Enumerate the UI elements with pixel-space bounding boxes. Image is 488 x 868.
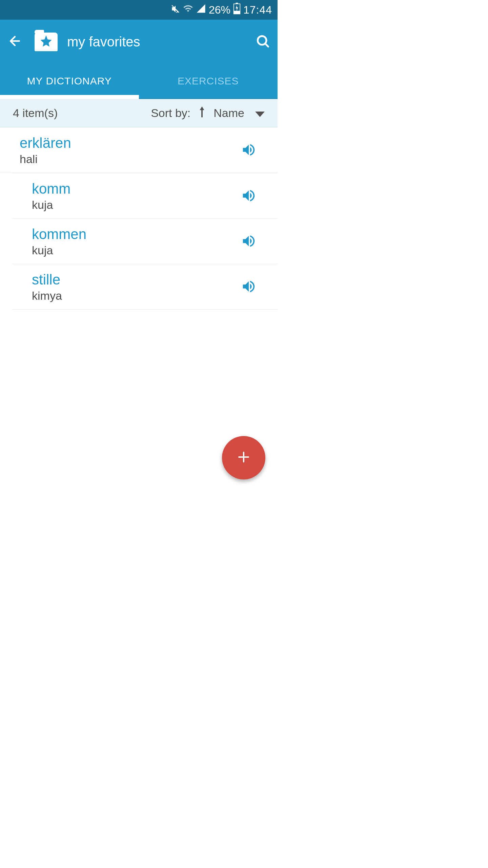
sort-direction-icon	[199, 106, 205, 120]
tabs: MY DICTIONARY EXERCISES	[0, 64, 278, 99]
plus-icon	[236, 449, 252, 467]
back-arrow-icon[interactable]	[7, 34, 22, 50]
svg-rect-2	[234, 11, 240, 14]
list-item-text: komm kuja	[32, 181, 70, 212]
speaker-icon[interactable]	[241, 279, 257, 296]
chevron-down-icon	[255, 106, 265, 120]
add-button[interactable]	[222, 436, 265, 479]
list-item-text: erklären hali	[20, 135, 71, 166]
translation: kuja	[32, 244, 86, 257]
sort-control[interactable]: Sort by: Name	[151, 106, 265, 120]
word: kommen	[32, 226, 86, 242]
list-item-text: kommen kuja	[32, 226, 86, 257]
tab-my-dictionary[interactable]: MY DICTIONARY	[0, 64, 139, 98]
tab-exercises[interactable]: EXERCISES	[139, 64, 278, 98]
list-item[interactable]: stille kimya	[12, 264, 278, 310]
translation: kimya	[32, 289, 62, 302]
page-title: my favorites	[67, 34, 247, 50]
word: komm	[32, 181, 70, 197]
list-item[interactable]: kommen kuja	[12, 219, 278, 264]
translation: kuja	[32, 198, 70, 212]
tab-label: MY DICTIONARY	[27, 75, 112, 87]
cell-signal-icon	[196, 3, 206, 16]
status-bar: 26% 17:44	[0, 0, 278, 20]
speaker-icon[interactable]	[241, 188, 257, 205]
search-icon[interactable]	[255, 34, 270, 50]
sort-bar: 4 item(s) Sort by: Name	[0, 99, 278, 127]
tab-label: EXERCISES	[178, 75, 239, 87]
word: stille	[32, 272, 62, 288]
word: erklären	[20, 135, 71, 151]
list-item[interactable]: erklären hali	[0, 127, 278, 173]
favorites-list: erklären hali komm kuja kommen kuja stil…	[0, 127, 278, 310]
item-count: 4 item(s)	[13, 106, 58, 120]
star-icon	[39, 34, 53, 49]
mute-icon	[171, 4, 180, 16]
svg-rect-1	[236, 3, 238, 4]
sort-by-label: Sort by:	[151, 106, 190, 120]
translation: hali	[20, 153, 71, 166]
speaker-icon[interactable]	[241, 233, 257, 250]
favorites-folder-icon	[35, 33, 58, 51]
app-bar: my favorites	[0, 20, 278, 64]
list-item[interactable]: komm kuja	[12, 173, 278, 219]
sort-field: Name	[214, 106, 244, 120]
clock-time: 17:44	[243, 4, 272, 16]
wifi-icon	[183, 3, 193, 16]
sort-field-dropdown[interactable]: Name	[214, 106, 265, 120]
status-icons: 26% 17:44	[171, 3, 272, 17]
list-item-text: stille kimya	[32, 272, 62, 302]
battery-percent: 26%	[209, 4, 230, 16]
battery-charging-icon	[233, 3, 241, 17]
speaker-icon[interactable]	[241, 142, 257, 159]
